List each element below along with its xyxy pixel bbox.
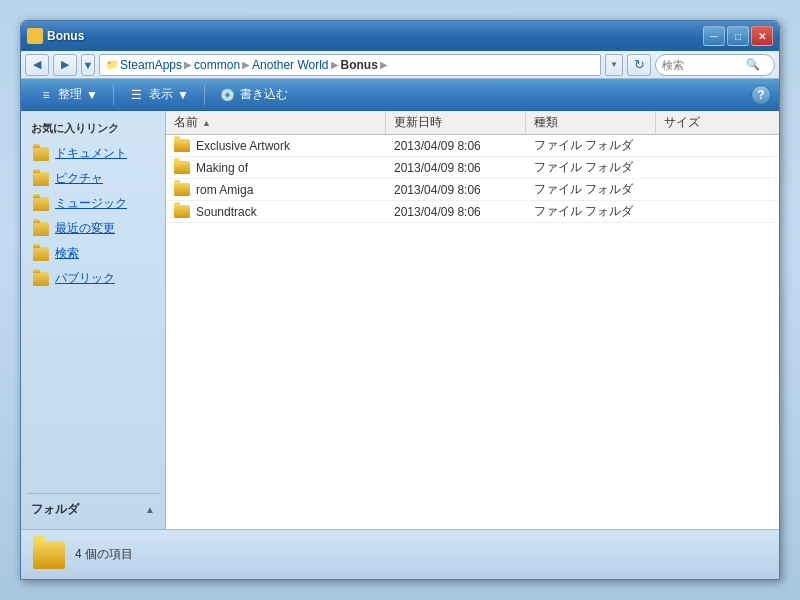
column-header-type[interactable]: 種類 [526, 111, 656, 134]
file-type-cell: ファイル フォルダ [526, 201, 656, 222]
organize-label: 整理 [58, 86, 82, 103]
sort-arrow-name: ▲ [202, 118, 211, 128]
folder-icon [174, 205, 190, 218]
organize-icon: ≡ [38, 87, 54, 103]
music-folder-icon [33, 197, 49, 211]
music-label: ミュージック [55, 195, 127, 212]
window-title: Bonus [47, 29, 84, 43]
search-label: 検索 [55, 245, 79, 262]
sidebar-item-recent[interactable]: 最近の変更 [27, 217, 159, 240]
recent-label: 最近の変更 [55, 220, 115, 237]
table-row[interactable]: Soundtrack 2013/04/09 8:06 ファイル フォルダ [166, 201, 779, 223]
column-header-name[interactable]: 名前 ▲ [166, 111, 386, 134]
folder-icon [174, 161, 190, 174]
file-name-cell: Exclusive Artwork [166, 135, 386, 156]
public-folder-icon [33, 272, 49, 286]
title-bar-left: Bonus [27, 28, 84, 44]
documents-folder-icon [33, 147, 49, 161]
address-dropdown-button[interactable]: ▼ [605, 54, 623, 76]
folders-section: フォルダ ▲ [27, 493, 159, 521]
help-button[interactable]: ? [751, 85, 771, 105]
toolbar-separator-2 [204, 85, 205, 105]
file-date-cell: 2013/04/09 8:06 [386, 157, 526, 178]
file-name-cell: Making of [166, 157, 386, 178]
forward-button[interactable]: ▶ [53, 54, 77, 76]
toolbar-separator-1 [113, 85, 114, 105]
status-item-count: 4 個の項目 [75, 546, 133, 563]
breadcrumb-sep-1: ▶ [184, 59, 192, 70]
breadcrumb-common[interactable]: common [194, 58, 240, 72]
organize-dropdown-icon: ▼ [86, 88, 98, 102]
file-list-area: 名前 ▲ 更新日時 種類 サイズ Exclusive Artwork [166, 111, 779, 529]
view-dropdown-icon: ▼ [177, 88, 189, 102]
table-row[interactable]: rom Amiga 2013/04/09 8:06 ファイル フォルダ [166, 179, 779, 201]
sidebar-item-pictures[interactable]: ピクチャ [27, 167, 159, 190]
folders-chevron-icon: ▲ [145, 504, 155, 515]
nav-dropdown-button[interactable]: ▼ [81, 54, 95, 76]
breadcrumb-another-world[interactable]: Another World [252, 58, 328, 72]
back-button[interactable]: ◀ [25, 54, 49, 76]
sidebar-section-title: お気に入りリンク [27, 119, 159, 138]
folder-icon [174, 139, 190, 152]
search-bar: 🔍 [655, 54, 775, 76]
documents-label: ドキュメント [55, 145, 127, 162]
search-folder-icon [33, 247, 49, 261]
file-date-cell: 2013/04/09 8:06 [386, 135, 526, 156]
column-header-date[interactable]: 更新日時 [386, 111, 526, 134]
breadcrumb-bonus[interactable]: Bonus [341, 58, 378, 72]
breadcrumb-sep-2: ▶ [242, 59, 250, 70]
file-name-cell: Soundtrack [166, 201, 386, 222]
file-list-header: 名前 ▲ 更新日時 種類 サイズ [166, 111, 779, 135]
file-size-cell [656, 157, 736, 178]
view-icon: ☰ [129, 87, 145, 103]
table-row[interactable]: Making of 2013/04/09 8:06 ファイル フォルダ [166, 157, 779, 179]
file-name-cell: rom Amiga [166, 179, 386, 200]
organize-button[interactable]: ≡ 整理 ▼ [29, 82, 107, 107]
address-bar: ◀ ▶ ▼ 📁 SteamApps ▶ common ▶ Another Wor… [21, 51, 779, 79]
window-icon [27, 28, 43, 44]
burn-label: 書き込む [240, 86, 288, 103]
status-bar: 4 個の項目 [21, 529, 779, 579]
breadcrumb: 📁 SteamApps ▶ common ▶ Another World ▶ B… [99, 54, 601, 76]
recent-folder-icon [33, 222, 49, 236]
file-type-cell: ファイル フォルダ [526, 179, 656, 200]
file-date-cell: 2013/04/09 8:06 [386, 201, 526, 222]
close-button[interactable]: ✕ [751, 26, 773, 46]
title-controls: ─ □ ✕ [703, 26, 773, 46]
public-label: パブリック [55, 270, 115, 287]
table-row[interactable]: Exclusive Artwork 2013/04/09 8:06 ファイル フ… [166, 135, 779, 157]
pictures-folder-icon [33, 172, 49, 186]
search-input[interactable] [662, 59, 742, 71]
view-button[interactable]: ☰ 表示 ▼ [120, 82, 198, 107]
status-folder-icon [33, 541, 65, 569]
folder-icon [174, 183, 190, 196]
file-size-cell [656, 179, 736, 200]
maximize-button[interactable]: □ [727, 26, 749, 46]
breadcrumb-root-icon: 📁 [106, 59, 118, 70]
sidebar-item-public[interactable]: パブリック [27, 267, 159, 290]
breadcrumb-sep-3: ▶ [331, 59, 339, 70]
folders-label: フォルダ [31, 501, 79, 518]
minimize-button[interactable]: ─ [703, 26, 725, 46]
burn-icon: 💿 [220, 87, 236, 103]
explorer-window: Bonus ─ □ ✕ ◀ ▶ ▼ 📁 SteamApps ▶ common ▶… [20, 20, 780, 580]
file-size-cell [656, 201, 736, 222]
breadcrumb-steamapps[interactable]: SteamApps [120, 58, 182, 72]
file-type-cell: ファイル フォルダ [526, 157, 656, 178]
main-area: お気に入りリンク ドキュメント ピクチャ ミュージック 最近の変更 検索 [21, 111, 779, 529]
search-icon[interactable]: 🔍 [746, 58, 760, 72]
refresh-button[interactable]: ↻ [627, 54, 651, 76]
pictures-label: ピクチャ [55, 170, 103, 187]
sidebar: お気に入りリンク ドキュメント ピクチャ ミュージック 最近の変更 検索 [21, 111, 166, 529]
burn-button[interactable]: 💿 書き込む [211, 82, 297, 107]
sidebar-item-documents[interactable]: ドキュメント [27, 142, 159, 165]
sidebar-item-music[interactable]: ミュージック [27, 192, 159, 215]
sidebar-item-search[interactable]: 検索 [27, 242, 159, 265]
file-rows: Exclusive Artwork 2013/04/09 8:06 ファイル フ… [166, 135, 779, 529]
toolbar: ≡ 整理 ▼ ☰ 表示 ▼ 💿 書き込む ? [21, 79, 779, 111]
folders-header[interactable]: フォルダ ▲ [27, 498, 159, 521]
breadcrumb-sep-4: ▶ [380, 59, 388, 70]
file-type-cell: ファイル フォルダ [526, 135, 656, 156]
column-header-size[interactable]: サイズ [656, 111, 736, 134]
file-size-cell [656, 135, 736, 156]
